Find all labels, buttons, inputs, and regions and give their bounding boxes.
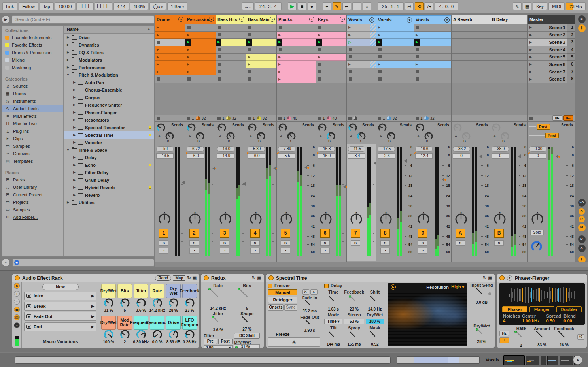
- drywet-knob[interactable]: [476, 328, 487, 339]
- track-activator[interactable]: 2: [189, 229, 199, 238]
- filter-post-button[interactable]: Post: [218, 339, 233, 344]
- tree-item-hybrid-reverb[interactable]: ▶Hybrid Reverb: [64, 184, 154, 191]
- tree-item-auto-pan[interactable]: ▶Auto Pan: [64, 79, 154, 86]
- clip-stop-button[interactable]: [218, 48, 221, 51]
- track-activator[interactable]: 1: [159, 229, 168, 238]
- variation-break[interactable]: ◉Break▶: [24, 302, 96, 311]
- overdub-button[interactable]: +: [323, 2, 331, 10]
- empty-clip-slot[interactable]: [490, 75, 527, 83]
- clip-play-icon[interactable]: ▶: [278, 55, 281, 59]
- empty-clip-slot[interactable]: [452, 32, 490, 39]
- fade-in-knob[interactable]: [305, 300, 314, 309]
- empty-clip-slot[interactable]: [490, 32, 527, 39]
- group-icon[interactable]: ≡: [369, 17, 374, 23]
- expand-arrow-icon[interactable]: ▶: [72, 103, 76, 107]
- expand-arrow-icon[interactable]: ▶: [72, 163, 76, 167]
- clip-slot[interactable]: ▶: [277, 68, 316, 76]
- empty-clip-slot[interactable]: [246, 46, 276, 54]
- volume-field[interactable]: -5.5: [278, 153, 295, 159]
- scene-7[interactable]: ▶Scene 7: [528, 68, 567, 76]
- device-zoom-strip[interactable]: [397, 356, 480, 364]
- loop-start-field[interactable]: 25. 1. 1: [378, 2, 404, 10]
- clip-play-icon[interactable]: ▶: [157, 26, 159, 29]
- clip-stop-button[interactable]: [248, 26, 251, 29]
- sidebar-item-sounds[interactable]: ♫Sounds: [2, 82, 63, 90]
- launch-variation-icon[interactable]: ▶: [91, 325, 94, 329]
- scene-play-icon[interactable]: ▶: [529, 62, 532, 66]
- macro-knob[interactable]: [104, 298, 113, 308]
- empty-clip-slot[interactable]: [414, 75, 451, 83]
- clip-slot[interactable]: ▶: [246, 39, 276, 46]
- clip-play-icon[interactable]: ▶: [378, 62, 380, 66]
- preview-volume-knob[interactable]: [531, 241, 542, 252]
- filter-pre-button[interactable]: Pre: [204, 339, 217, 344]
- stop-all-clips-button[interactable]: [187, 117, 190, 120]
- peak-level[interactable]: -0.30: [529, 146, 546, 152]
- quantize-menu[interactable]: 1 Bar ▾: [167, 2, 187, 10]
- stereo-field[interactable]: 53 %: [344, 319, 364, 324]
- volume-field[interactable]: -6.0: [248, 153, 265, 159]
- expand-arrow-icon[interactable]: ▶: [72, 81, 76, 84]
- show-crossfader-toggle[interactable]: X: [578, 245, 586, 252]
- send-a-knob[interactable]: [348, 123, 357, 132]
- clip-stop-button[interactable]: [187, 77, 191, 81]
- clip-slot[interactable]: ▷: [347, 39, 376, 46]
- empty-clip-slot[interactable]: [216, 75, 246, 83]
- scene-5[interactable]: ▶Scene 5: [528, 54, 567, 61]
- freeze-retrigger-button[interactable]: Retrigger: [268, 297, 297, 303]
- clip-play-icon[interactable]: ▶: [348, 62, 351, 66]
- stop-all-clips-button[interactable]: [529, 117, 533, 120]
- post-b-button[interactable]: Post: [545, 133, 559, 138]
- track-menu-icon[interactable]: ▾: [178, 17, 183, 22]
- tree-item-corpus[interactable]: ▶Corpus: [64, 94, 154, 101]
- clip-slot[interactable]: ▶: [155, 54, 185, 61]
- feedback-knob[interactable]: [350, 295, 359, 306]
- peak-level[interactable]: -36.2: [453, 146, 470, 152]
- cue-button[interactable]: ◔: [380, 248, 390, 254]
- empty-clip-slot[interactable]: [316, 68, 346, 76]
- empty-clip-slot[interactable]: [414, 54, 451, 61]
- volume-field[interactable]: 0: [453, 153, 470, 159]
- clip-stop-button[interactable]: [318, 77, 321, 81]
- empty-clip-slot[interactable]: [490, 39, 527, 46]
- volume-field[interactable]: -14.9: [217, 153, 234, 159]
- empty-clip-slot[interactable]: [216, 24, 246, 32]
- clip-slot[interactable]: ▶: [376, 61, 414, 68]
- empty-clip-slot[interactable]: [185, 24, 216, 32]
- empty-clip-slot[interactable]: [347, 75, 376, 83]
- track-activator[interactable]: 5: [281, 229, 290, 238]
- sidebar-item-instruments[interactable]: ◷Instruments: [2, 97, 63, 105]
- sidebar-item-packs[interactable]: ⊞Packs: [2, 176, 63, 183]
- device-on-button[interactable]: [204, 275, 209, 280]
- clip-play-icon[interactable]: ▶: [187, 55, 189, 59]
- solo-button[interactable]: S: [220, 240, 229, 246]
- clip-slot[interactable]: ▶: [316, 32, 346, 39]
- expand-arrow-icon[interactable]: ▶: [72, 141, 76, 144]
- clip-playing-icon[interactable]: ▶: [376, 39, 382, 46]
- variation-fade-out[interactable]: ◉Fade Out▶: [24, 312, 96, 321]
- fold-button[interactable]: ▼: [507, 275, 512, 281]
- solo-button[interactable]: S: [250, 240, 260, 246]
- empty-clip-slot[interactable]: [316, 75, 346, 83]
- tree-item-performance[interactable]: ▶Performance: [64, 64, 154, 71]
- param-value[interactable]: 4: [503, 318, 522, 323]
- time-signature-field[interactable]: 4 / 4: [113, 2, 129, 10]
- send-a-knob[interactable]: [248, 123, 257, 132]
- track-menu-icon[interactable]: ▾: [270, 17, 275, 22]
- empty-clip-slot[interactable]: [414, 24, 451, 32]
- clip-play-icon[interactable]: ▶: [278, 62, 281, 66]
- clip-play-icon[interactable]: ▶: [416, 62, 418, 66]
- back-to-arrangement-button[interactable]: ▶≡: [563, 115, 573, 121]
- clip-slot[interactable]: ▶: [277, 39, 316, 46]
- solo-button[interactable]: S: [320, 240, 330, 246]
- expand-arrow-icon[interactable]: ▶: [72, 178, 76, 182]
- empty-clip-slot[interactable]: [316, 61, 346, 68]
- loop-length-field[interactable]: 4. 0. 0: [435, 2, 458, 10]
- clip-slot[interactable]: ▶: [316, 39, 346, 46]
- tree-item-spectral-resonator[interactable]: ▶Spectral Resonator: [64, 124, 154, 131]
- clip-slot[interactable]: ▶: [185, 54, 216, 61]
- track-header-a-reverb[interactable]: A Reverb: [452, 15, 490, 24]
- scene-play-icon[interactable]: ▶: [529, 48, 532, 51]
- clip-stop-button[interactable]: [248, 48, 251, 51]
- track-menu-icon[interactable]: ▾: [444, 17, 450, 23]
